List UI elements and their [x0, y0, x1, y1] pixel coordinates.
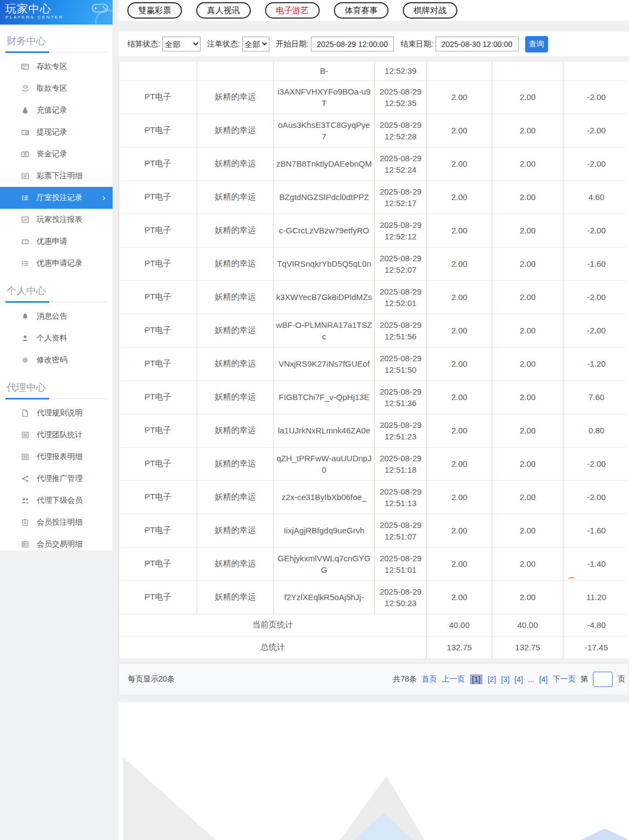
page-number-link[interactable]: [1] [470, 674, 483, 684]
sidebar-section-personal: 个人中心 消息公告 › 个人资料 › 修改密码 › [5, 281, 107, 371]
cell-winloss: -2.00 [563, 147, 629, 180]
users-icon [21, 496, 30, 505]
cell-bet: 2.00 [427, 347, 492, 380]
sidebar-item[interactable]: 会员交易明细 › [5, 533, 107, 555]
sidebar-item[interactable]: 厅室投注记录 › [0, 187, 113, 209]
cell-platform: PT电子 [119, 447, 197, 480]
cell-bet: 2.00 [427, 447, 492, 480]
sidebar-item-label: 优惠申请 [37, 237, 67, 246]
nav-category-button[interactable]: 真人视讯 [196, 2, 251, 19]
nav-category-button[interactable]: 电子游艺 [265, 2, 320, 19]
table-row: PT电子 妖精的幸运 f2YzlXEqlkR5oAj5hJj- 2025-08-… [119, 580, 629, 614]
sidebar-item[interactable]: 会员投注明细 › [5, 512, 107, 533]
order-status-select[interactable]: 全部 [242, 37, 269, 51]
sidebar-item-label: 会员交易明细 [37, 539, 83, 549]
cell-game: 妖精的幸运 [197, 147, 274, 180]
start-date-input[interactable] [311, 37, 394, 51]
sidebar-item-label: 修改密码 [37, 355, 67, 365]
page-summary-winloss: -4.80 [563, 614, 629, 636]
end-date-input[interactable] [436, 37, 519, 51]
cell-valid-bet: 2.00 [492, 147, 563, 180]
settle-status-select[interactable]: 全部 [162, 37, 201, 51]
cell-platform: PT电子 [119, 114, 197, 147]
cell-winloss: 4.60 [563, 180, 629, 214]
cell-bet: 2.00 [427, 114, 492, 147]
page-number-link[interactable]: [3] [501, 675, 510, 684]
cell-bet: 2.00 [427, 214, 492, 247]
sidebar-item[interactable]: 优惠申请记录 › [5, 252, 107, 274]
cell-order-id: BZgtdNGZSlPdcl0dtPPZ [274, 180, 375, 214]
table-row: PT电子 妖精的幸运 FIGBTChi7F_v-QpHj13E 2025-08-… [119, 380, 629, 414]
sidebar-item[interactable]: 彩票下注明细 › [5, 165, 107, 187]
cell-valid-bet: 2.00 [492, 214, 563, 247]
cell-bet: 2.00 [427, 247, 492, 280]
goto-page-input[interactable] [593, 672, 613, 687]
sidebar-item[interactable]: 玩家投注报表 › [5, 209, 107, 231]
page-number-link[interactable]: [4] [539, 675, 548, 684]
cell-winloss: -2.00 [563, 447, 629, 480]
cell-order-id: qZH_tPRFwW-auUUDnpJ0 [274, 447, 375, 480]
sidebar-item[interactable]: 代理推广管理 › [5, 468, 107, 490]
sidebar-item-label: 代理推广管理 [37, 474, 83, 484]
pagination-bar: 每页显示20条 共78条 首页 上一页 [1] [2] [3] [4] ... … [119, 663, 629, 695]
cell-winloss: -1.40 [563, 547, 629, 580]
first-page-link[interactable]: 首页 [422, 674, 437, 684]
page-number-link[interactable]: ... [528, 675, 534, 684]
page-number-link[interactable]: [4] [514, 675, 523, 684]
sidebar-item-label: 消息公告 [37, 312, 67, 321]
cell-platform: PT电子 [119, 480, 197, 514]
game-category-nav: 雙赢彩票 真人视讯 电子游艺 体育赛事 棋牌对战 [119, 0, 629, 21]
cell-bet: 2.00 [427, 280, 492, 314]
sidebar-item[interactable]: 充值记录 › [5, 99, 107, 121]
sidebar-item-label: 代理规则说明 [37, 408, 83, 418]
sidebar-item[interactable]: 提现记录 › [5, 121, 107, 143]
nav-category-button[interactable]: 棋牌对战 [403, 2, 457, 19]
nav-category-button[interactable]: 雙赢彩票 [127, 2, 182, 19]
cell-game: 妖精的幸运 [197, 214, 274, 247]
moneybag-icon [21, 106, 30, 115]
cell-game [197, 62, 274, 80]
sidebar-item-label: 厅室投注记录 [37, 193, 83, 203]
report-icon [21, 431, 30, 439]
sidebar-item[interactable]: 消息公告 › [5, 306, 107, 327]
cell-bet: 2.00 [427, 580, 492, 614]
sidebar-item[interactable]: 取款专区 › [5, 78, 107, 99]
money-icon [21, 150, 30, 158]
sidebar-item[interactable]: 个人资料 › [5, 327, 107, 349]
sidebar-item[interactable]: 代理规则说明 › [5, 402, 107, 424]
cell-valid-bet: 2.00 [492, 580, 563, 614]
sidebar-item[interactable]: 资金记录 › [5, 143, 107, 165]
table-row: PT电子 妖精的幸运 c-GCrcLzVBzw79etfyRO 2025-08-… [119, 214, 629, 247]
sidebar-item-label: 彩票下注明细 [37, 171, 83, 181]
cell-platform: PT电子 [119, 347, 197, 380]
cell-order-id: GEhjykxmlVWLq7cnGYGG [274, 547, 375, 580]
user-icon [21, 334, 30, 343]
cell-valid-bet [492, 62, 563, 80]
sidebar-item[interactable]: 代理团队统计 › [5, 424, 107, 446]
cell-order-id: i3AXNFVHXYFo9BOa-u9T [274, 80, 375, 114]
sidebar-item[interactable]: 优惠申请 › [5, 231, 107, 252]
sidebar-item[interactable]: 修改密码 › [5, 349, 107, 371]
query-button[interactable]: 查询 [525, 36, 548, 52]
cell-platform: PT电子 [119, 180, 197, 214]
page-number-link[interactable]: [2] [487, 675, 496, 684]
nav-category-button[interactable]: 体育赛事 [334, 2, 389, 19]
prev-page-link[interactable]: 上一页 [442, 674, 465, 684]
goto-suffix-label: 页 [618, 674, 625, 684]
cell-winloss: -2.00 [563, 214, 629, 247]
sidebar-item-label: 取款专区 [37, 84, 67, 93]
sidebar-section-agent: 代理中心 代理规则说明 › 代理团队统计 › 代理报表明细 › [5, 378, 107, 555]
cell-platform: PT电子 [119, 380, 197, 414]
sidebar-item[interactable]: 代理报表明细 › [5, 446, 107, 468]
total-count-text: 共78条 [393, 674, 417, 684]
cell-winloss: -2.00 [563, 114, 629, 147]
cell-valid-bet: 2.00 [492, 114, 563, 147]
stray-mark [568, 577, 575, 581]
sidebar-item[interactable]: 代理下级会员 › [5, 490, 107, 512]
sidebar-item[interactable]: 存款专区 › [5, 56, 107, 78]
cell-valid-bet: 2.00 [492, 247, 563, 280]
next-page-link[interactable]: 下一页 [552, 674, 575, 684]
cell-game: 妖精的幸运 [197, 580, 274, 614]
cell-order-id: TqVIRSnqkrYbD5Q5qL0n [274, 247, 375, 280]
total-summary-label: 总统计 [119, 636, 427, 659]
